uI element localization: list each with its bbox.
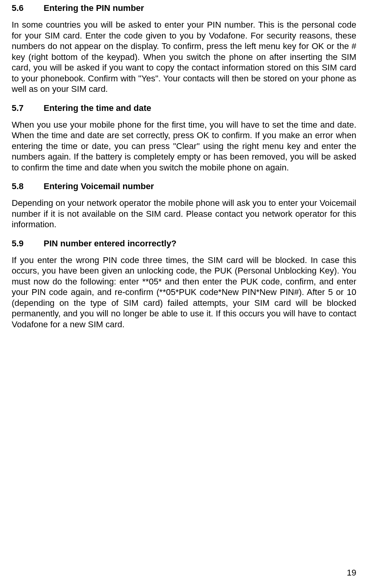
heading-number: 5.8 xyxy=(12,181,44,191)
heading-title: Entering the time and date xyxy=(44,103,151,113)
heading-number: 5.9 xyxy=(12,239,44,249)
heading-5-8: 5.8 Entering Voicemail number xyxy=(12,181,356,191)
heading-number: 5.7 xyxy=(12,103,44,113)
body-text-5-8: Depending on your network operator the m… xyxy=(12,198,356,230)
heading-title: Entering the PIN number xyxy=(44,3,144,13)
heading-5-6: 5.6 Entering the PIN number xyxy=(12,3,356,13)
body-text-5-6: In some countries you will be asked to e… xyxy=(12,19,356,95)
page-number: 19 xyxy=(347,568,356,578)
section-5-7: 5.7 Entering the time and date When you … xyxy=(12,103,356,173)
section-5-9: 5.9 PIN number entered incorrectly? If y… xyxy=(12,239,356,330)
heading-5-9: 5.9 PIN number entered incorrectly? xyxy=(12,239,356,249)
heading-5-7: 5.7 Entering the time and date xyxy=(12,103,356,113)
body-text-5-9: If you enter the wrong PIN code three ti… xyxy=(12,255,356,330)
section-5-6: 5.6 Entering the PIN number In some coun… xyxy=(12,3,356,95)
heading-title: PIN number entered incorrectly? xyxy=(44,239,176,249)
section-5-8: 5.8 Entering Voicemail number Depending … xyxy=(12,181,356,230)
heading-title: Entering Voicemail number xyxy=(44,181,154,191)
heading-number: 5.6 xyxy=(12,3,44,13)
body-text-5-7: When you use your mobile phone for the f… xyxy=(12,119,356,173)
